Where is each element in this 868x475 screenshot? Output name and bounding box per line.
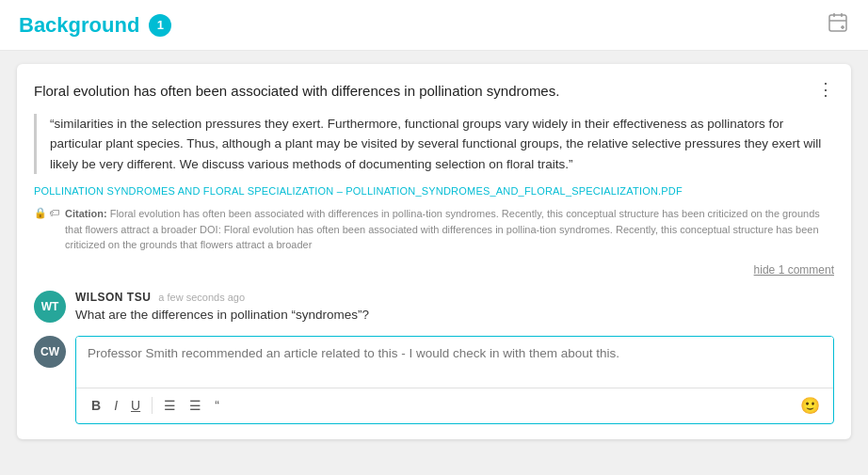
avatar: WT [34, 291, 66, 323]
blockquote-section: “similarities in the selection pressures… [34, 114, 834, 175]
source-link[interactable]: POLLINATION SYNDROMES AND FLORAL SPECIAL… [34, 185, 834, 197]
lock-icon: 🔒 [34, 207, 47, 219]
toolbar-separator [152, 397, 153, 414]
reply-toolbar: B I U ☰ ☰ “ 🙂 [76, 388, 833, 423]
citation-body: Floral evolution has often been associat… [65, 208, 820, 250]
comment-body: What are the differences in pollination … [75, 308, 834, 322]
badge-count: 1 [149, 14, 171, 37]
citation-text: Citation: Floral evolution has often bee… [65, 206, 834, 253]
comment-meta: WILSON TSU a few seconds ago [75, 291, 834, 304]
reply-area: CW B I U ☰ ☰ “ 🙂 [34, 336, 834, 424]
more-options-button[interactable]: ⋮ [808, 81, 834, 98]
unordered-list-button[interactable]: ☰ [158, 395, 182, 416]
emoji-button[interactable]: 🙂 [796, 394, 824, 418]
reply-avatar: CW [34, 336, 66, 368]
card-header: Floral evolution has often been associat… [34, 81, 834, 103]
ordered-list-button[interactable]: ☰ [184, 395, 207, 416]
citation-icons: 🔒 🏷 [34, 207, 59, 219]
calendar-add-icon[interactable] [827, 11, 849, 39]
italic-button[interactable]: I [108, 395, 123, 416]
top-bar: Background 1 [0, 0, 868, 51]
comment-row: WT WILSON TSU a few seconds ago What are… [34, 291, 834, 323]
top-bar-left: Background 1 [19, 13, 171, 38]
comment-content: WILSON TSU a few seconds ago What are th… [75, 291, 834, 322]
tag-icon: 🏷 [49, 207, 59, 219]
toolbar-left: B I U ☰ ☰ “ [86, 395, 225, 416]
hide-comment-row: hide 1 comment [34, 261, 834, 277]
hide-comment-link[interactable]: hide 1 comment [754, 263, 834, 277]
underline-button[interactable]: U [125, 395, 146, 416]
blockquote-text: “similarities in the selection pressures… [50, 117, 821, 171]
comment-time: a few seconds ago [158, 292, 245, 303]
citation-row: 🔒 🏷 Citation: Floral evolution has often… [34, 206, 834, 253]
reply-box: B I U ☰ ☰ “ 🙂 [75, 336, 834, 424]
card-main-text: Floral evolution has often been associat… [34, 81, 808, 103]
citation-label: Citation: [65, 208, 107, 219]
section-title: Background [19, 13, 139, 38]
main-card: Floral evolution has often been associat… [17, 64, 851, 439]
bold-button[interactable]: B [86, 395, 106, 416]
svg-rect-0 [829, 15, 846, 31]
reply-input[interactable] [76, 337, 833, 384]
quote-button[interactable]: “ [209, 395, 225, 416]
commenter-name: WILSON TSU [75, 291, 151, 304]
